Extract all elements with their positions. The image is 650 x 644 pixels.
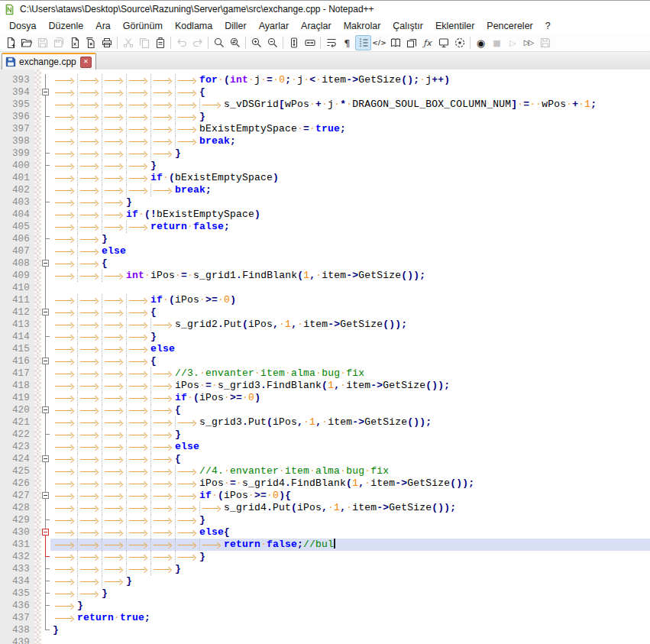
bookmark-margin[interactable]: [34, 563, 41, 575]
close-document-button[interactable]: [66, 35, 82, 50]
bookmark-margin[interactable]: [34, 306, 41, 319]
code-text[interactable]: [50, 636, 650, 644]
bookmark-margin[interactable]: [34, 172, 41, 184]
code-text[interactable]: return·false;//bul: [50, 539, 650, 551]
bookmark-margin[interactable]: [34, 245, 41, 257]
folder-as-workspace-button[interactable]: [435, 35, 451, 50]
bookmark-margin[interactable]: [34, 135, 41, 147]
code-text[interactable]: s_grid2.Put(iPos,·1,·item->GetSize());: [50, 319, 650, 331]
bookmark-margin[interactable]: [34, 209, 41, 221]
fold-toggle[interactable]: [42, 406, 49, 413]
bookmark-margin[interactable]: [34, 392, 41, 404]
menu-item-görünüm[interactable]: Görünüm: [117, 19, 169, 33]
close-all-documents-button[interactable]: [82, 35, 99, 50]
code-text[interactable]: if·(bExistEmptySpace): [50, 172, 650, 184]
macro-record-button[interactable]: ◉: [473, 35, 489, 50]
code-text[interactable]: {: [50, 404, 650, 416]
bookmark-margin[interactable]: [34, 600, 41, 612]
show-all-characters-button[interactable]: ¶: [339, 35, 355, 50]
code-text[interactable]: else{: [50, 526, 650, 539]
code-text[interactable]: }: [50, 160, 650, 172]
menu-item-ara[interactable]: Ara: [89, 19, 116, 33]
bookmark-margin[interactable]: [34, 380, 41, 392]
print-button[interactable]: [99, 35, 115, 50]
macro-run-multiple-button[interactable]: ▷▷: [521, 35, 537, 50]
code-text[interactable]: {: [50, 453, 650, 465]
bookmark-margin[interactable]: [34, 429, 41, 441]
show-indent-guide-button[interactable]: [355, 35, 371, 50]
menu-item-diller[interactable]: Diller: [218, 19, 252, 33]
paste-button[interactable]: [152, 35, 168, 50]
code-text[interactable]: s_grid4.Put(iPos,·1,·item->GetSize());: [50, 502, 650, 514]
code-text[interactable]: if·(iPos·>=·0): [50, 294, 650, 306]
zoom-in-button[interactable]: [248, 35, 264, 50]
code-text[interactable]: }: [50, 514, 650, 526]
word-wrap-button[interactable]: [323, 35, 339, 50]
save-button[interactable]: [34, 35, 50, 50]
bookmark-margin[interactable]: [34, 367, 41, 380]
monitoring-button[interactable]: [451, 35, 467, 50]
menu-item-dosya[interactable]: Dosya: [3, 19, 42, 33]
bookmark-margin[interactable]: [34, 404, 41, 416]
bookmark-margin[interactable]: [34, 257, 41, 270]
code-text[interactable]: }: [50, 331, 650, 343]
bookmark-margin[interactable]: [34, 514, 41, 526]
menu-item-araçlar[interactable]: Araçlar: [295, 19, 338, 33]
bookmark-margin[interactable]: [34, 233, 41, 245]
sync-horizontal-scrolling-button[interactable]: [302, 35, 318, 50]
bookmark-margin[interactable]: [34, 490, 41, 502]
code-text[interactable]: {: [50, 306, 650, 319]
fold-toggle[interactable]: [42, 455, 49, 462]
code-text[interactable]: else: [50, 343, 650, 355]
bookmark-margin[interactable]: [34, 331, 41, 343]
menu-item-düzenle[interactable]: Düzenle: [42, 19, 89, 33]
macro-save-button[interactable]: [537, 35, 553, 50]
bookmark-margin[interactable]: [34, 343, 41, 355]
undo-button[interactable]: [173, 35, 189, 50]
code-text[interactable]: {: [50, 355, 650, 367]
bookmark-margin[interactable]: [34, 123, 41, 135]
code-text[interactable]: }: [50, 551, 650, 563]
bookmark-margin[interactable]: [34, 539, 41, 551]
code-editor[interactable]: 393for·(int·j·=·0;·j·<·item->GetSize();·…: [0, 70, 650, 644]
code-text[interactable]: else: [50, 245, 650, 257]
menu-item-kodlama[interactable]: Kodlama: [169, 19, 218, 33]
bookmark-margin[interactable]: [34, 526, 41, 539]
menu-item-ayarlar[interactable]: Ayarlar: [253, 19, 295, 33]
tab-exchange-cpp[interactable]: exchange.cpp ✕: [2, 53, 96, 70]
bookmark-margin[interactable]: [34, 612, 41, 624]
bookmark-margin[interactable]: [34, 551, 41, 563]
code-text[interactable]: }: [50, 196, 650, 209]
code-text[interactable]: else: [50, 441, 650, 453]
find-button[interactable]: [211, 35, 227, 50]
bookmark-margin[interactable]: [34, 160, 41, 172]
code-text[interactable]: }: [50, 600, 650, 612]
code-text[interactable]: }: [50, 587, 650, 600]
menu-item-çalıştır[interactable]: Çalıştır: [386, 19, 429, 33]
menu-item-pencereler[interactable]: Pencereler: [480, 19, 538, 33]
save-all-button[interactable]: [50, 35, 66, 50]
bookmark-margin[interactable]: [34, 636, 41, 644]
code-text[interactable]: return·false;: [50, 221, 650, 233]
code-text[interactable]: }: [50, 624, 650, 636]
code-text[interactable]: s_grid3.Put(iPos,·1,·item->GetSize());: [50, 416, 650, 429]
code-text[interactable]: break;: [50, 135, 650, 147]
zoom-out-button[interactable]: [264, 35, 280, 50]
bookmark-margin[interactable]: [34, 465, 41, 477]
fold-toggle[interactable]: [42, 260, 49, 267]
bookmark-margin[interactable]: [34, 624, 41, 636]
bookmark-margin[interactable]: [34, 147, 41, 160]
menu-item-help[interactable]: ?: [539, 19, 557, 33]
code-text[interactable]: if·(iPos·>=·0){: [50, 490, 650, 502]
bookmark-margin[interactable]: [34, 441, 41, 453]
code-text[interactable]: return·true;: [50, 612, 650, 624]
macro-play-button[interactable]: ▷: [505, 35, 521, 50]
bookmark-margin[interactable]: [34, 502, 41, 514]
code-text[interactable]: }: [50, 233, 650, 245]
bookmark-margin[interactable]: [34, 294, 41, 306]
code-text[interactable]: {: [50, 86, 650, 99]
code-text[interactable]: //3.·envanter·item·alma·bug·fix: [50, 367, 650, 380]
fold-toggle[interactable]: [42, 89, 49, 95]
code-text[interactable]: }: [50, 575, 650, 587]
code-text[interactable]: }: [50, 147, 650, 160]
